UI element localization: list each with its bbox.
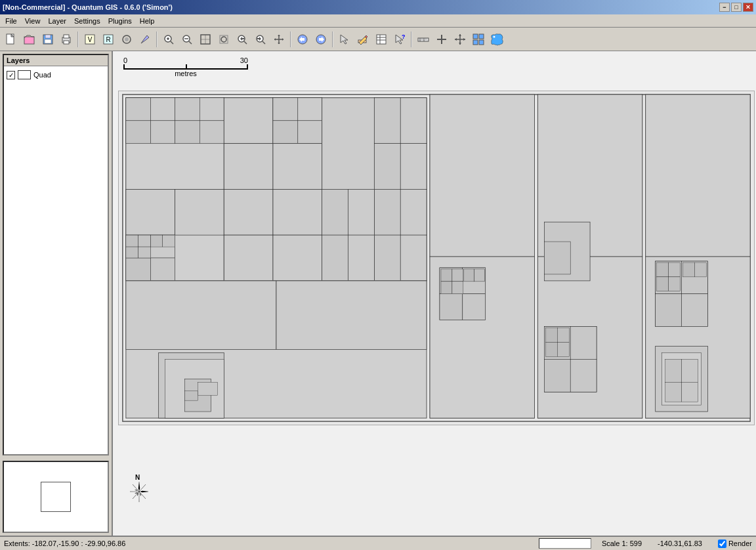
separator-3: [290, 32, 291, 47]
separator-1: [77, 32, 79, 47]
open-button[interactable]: [21, 31, 38, 48]
svg-rect-132: [463, 294, 486, 320]
svg-rect-159: [656, 294, 682, 327]
svg-rect-161: [657, 263, 669, 277]
svg-rect-66: [151, 121, 175, 144]
svg-rect-143: [544, 242, 570, 274]
svg-rect-88: [151, 258, 175, 281]
svg-rect-90: [138, 235, 151, 247]
scale-numbers: 0 30: [123, 56, 248, 64]
zoom-full-button[interactable]: [197, 31, 214, 48]
new-button[interactable]: [3, 31, 20, 48]
maximize-button[interactable]: □: [731, 3, 742, 12]
layer-item-quad: ✓ Quad: [7, 69, 105, 81]
svg-marker-50: [459, 34, 461, 36]
svg-rect-135: [441, 282, 452, 294]
edit-button[interactable]: [354, 31, 371, 48]
save-button[interactable]: [39, 31, 56, 48]
svg-rect-98: [224, 235, 273, 281]
svg-line-30: [262, 41, 265, 44]
svg-rect-152: [557, 342, 569, 356]
elephant-button[interactable]: [488, 31, 505, 48]
svg-rect-137: [464, 269, 474, 282]
zoom-in-button[interactable]: [160, 31, 177, 48]
status-scale: Scale 1: 599: [602, 539, 642, 547]
pan-button[interactable]: [270, 31, 287, 48]
status-extents: Extents: -182.07,-15.90 : -29.90,96.86: [4, 539, 534, 547]
tile-button[interactable]: [470, 31, 487, 48]
svg-line-18: [171, 41, 173, 44]
svg-rect-76: [298, 98, 322, 121]
svg-rect-124: [185, 391, 198, 400]
menu-file[interactable]: File: [1, 16, 21, 26]
svg-rect-99: [273, 235, 322, 281]
svg-rect-118: [126, 281, 276, 350]
close-button[interactable]: ✕: [743, 3, 753, 12]
svg-rect-55: [479, 34, 484, 39]
help-button[interactable]: ?: [391, 31, 408, 48]
svg-rect-103: [374, 98, 400, 144]
svg-rect-165: [683, 263, 695, 277]
svg-rect-163: [657, 277, 669, 291]
title-bar: [Non-Commercial] - Quantum GIS - 0.6.0 (…: [0, 0, 756, 14]
table-button[interactable]: [373, 31, 390, 48]
separator-2: [156, 32, 158, 47]
svg-rect-75: [273, 98, 298, 121]
svg-rect-148: [570, 359, 597, 392]
menu-plugins[interactable]: Plugins: [104, 16, 136, 26]
menu-layer[interactable]: Layer: [44, 16, 70, 26]
layers-title: Layers: [4, 55, 108, 66]
render-checkbox[interactable]: [718, 539, 726, 548]
layers-panel: Layers ✓ Quad: [3, 54, 109, 455]
svg-rect-169: [665, 359, 682, 382]
zoom-prev-button[interactable]: [234, 31, 251, 48]
svg-point-58: [494, 35, 495, 37]
zoom-out-button[interactable]: [178, 31, 196, 48]
svg-rect-111: [400, 235, 427, 281]
svg-rect-134: [452, 269, 463, 282]
map-canvas[interactable]: 0 30 metres: [113, 51, 756, 536]
minimize-button[interactable]: −: [719, 3, 730, 12]
legend-box: [41, 482, 71, 512]
layer-label-quad: Quad: [33, 71, 51, 79]
layer-checkbox-quad[interactable]: ✓: [7, 71, 15, 79]
svg-rect-68: [175, 98, 200, 121]
svg-rect-105: [374, 144, 400, 190]
add-vector-button[interactable]: V: [81, 31, 98, 48]
menu-view[interactable]: View: [21, 16, 45, 26]
svg-rect-171: [665, 382, 682, 402]
svg-rect-115: [322, 235, 348, 281]
menu-help[interactable]: Help: [136, 16, 159, 26]
svg-rect-2: [24, 37, 34, 44]
svg-rect-92: [138, 247, 151, 258]
print-button[interactable]: [58, 31, 75, 48]
svg-rect-149: [545, 328, 557, 343]
svg-rect-170: [682, 359, 698, 382]
separator-5: [411, 32, 412, 47]
add-raster-button[interactable]: R: [100, 31, 117, 48]
svg-rect-164: [669, 277, 681, 291]
menu-settings[interactable]: Settings: [70, 16, 104, 26]
scale-start: 0: [123, 56, 127, 64]
svg-rect-91: [126, 247, 138, 258]
svg-marker-52: [455, 38, 457, 41]
add-point-button[interactable]: [433, 31, 450, 48]
status-input[interactable]: [539, 538, 591, 549]
back-nav-button[interactable]: [294, 31, 311, 48]
svg-point-14: [125, 37, 129, 41]
svg-rect-89: [126, 235, 138, 247]
svg-rect-4: [45, 35, 51, 38]
zoom-next-button[interactable]: [252, 31, 269, 48]
capture-button[interactable]: [118, 31, 135, 48]
forward-nav-button[interactable]: [312, 31, 329, 48]
move-button[interactable]: [452, 31, 469, 48]
svg-rect-93: [151, 235, 163, 247]
svg-rect-63: [126, 98, 151, 121]
identify-button[interactable]: [136, 31, 154, 48]
svg-text:?: ?: [402, 33, 406, 40]
svg-rect-69: [200, 98, 224, 121]
zoom-layer-button[interactable]: [215, 31, 232, 48]
select-button[interactable]: [336, 31, 353, 48]
measure-button[interactable]: [415, 31, 432, 48]
scale-end: 30: [240, 56, 248, 64]
